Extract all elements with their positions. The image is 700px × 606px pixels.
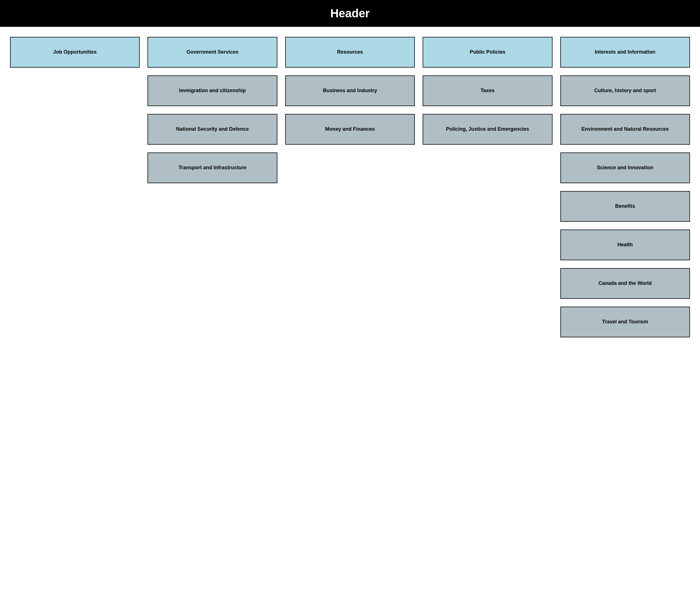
card-business-and-industry[interactable]: Business and Industry (285, 75, 415, 106)
card-label: Science and Innovation (597, 164, 653, 171)
card-resources[interactable]: Resources (285, 37, 415, 68)
card-immigration-and-citizenship[interactable]: Immigration and citizenship (147, 75, 277, 106)
page-title: Header (11, 7, 689, 20)
card-government-services[interactable]: Government Services (147, 37, 277, 68)
main-content: Job Opportunities Government Services Re… (0, 27, 700, 349)
card-label: Money and Finances (325, 126, 375, 133)
card-benefits[interactable]: Benefits (560, 191, 690, 222)
card-taxes[interactable]: Taxes (423, 75, 552, 106)
card-label: Interests and Information (595, 49, 655, 55)
card-label: Transport and Infrastructure (179, 164, 247, 171)
card-transport-infrastructure[interactable]: Transport and Infrastructure (147, 153, 277, 183)
card-money-and-finances[interactable]: Money and Finances (285, 114, 415, 145)
card-job-opportunities[interactable]: Job Opportunities (10, 37, 140, 68)
card-culture-history-sport[interactable]: Culture, history and sport (560, 75, 690, 106)
card-grid: Job Opportunities Government Services Re… (10, 37, 690, 337)
card-interests-and-information[interactable]: Interests and Information (560, 37, 690, 68)
card-policing-justice[interactable]: Policing, Justice and Emergencies (423, 114, 552, 145)
card-label: Travel and Tourism (602, 319, 648, 325)
card-science-innovation[interactable]: Science and Innovation (560, 153, 690, 183)
card-public-policies[interactable]: Public Policies (423, 37, 552, 68)
card-label: Policing, Justice and Emergencies (446, 126, 529, 133)
card-travel-tourism[interactable]: Travel and Tourism (560, 307, 690, 337)
card-health[interactable]: Health (560, 230, 690, 260)
card-national-security[interactable]: National Security and Defence (147, 114, 277, 145)
card-label: Job Opportunities (53, 49, 97, 55)
card-environment-natural[interactable]: Environment and Natural Resources (560, 114, 690, 145)
card-label: Public Policies (470, 49, 506, 55)
card-canada-world[interactable]: Canada and the World (560, 268, 690, 299)
card-label: Environment and Natural Resources (582, 126, 669, 133)
card-label: Government Services (187, 49, 238, 55)
card-label: Resources (337, 49, 363, 55)
card-label: Immigration and citizenship (179, 87, 246, 94)
card-label: Canada and the World (599, 280, 652, 287)
card-label: Taxes (481, 87, 494, 94)
card-label: Benefits (615, 203, 635, 210)
card-label: Health (617, 241, 633, 248)
card-label: National Security and Defence (176, 126, 249, 133)
card-label: Business and Industry (323, 87, 377, 94)
card-label: Culture, history and sport (594, 87, 656, 94)
